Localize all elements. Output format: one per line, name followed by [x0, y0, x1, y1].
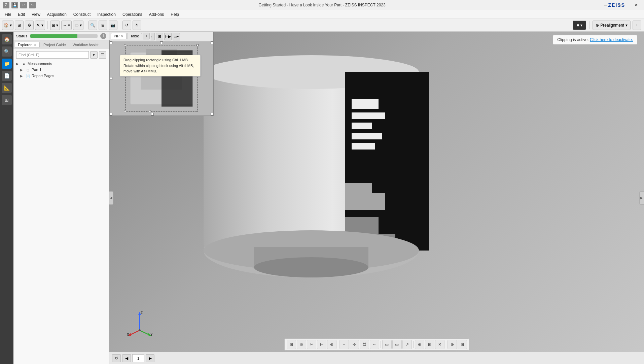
- sidebar-search-icon[interactable]: 🔍: [2, 46, 12, 57]
- redo-icon[interactable]: ↪: [29, 2, 36, 8]
- pip-handle-br[interactable]: [211, 113, 213, 115]
- bt-diag-btn[interactable]: ↗: [402, 340, 412, 349]
- right-collapse-handle[interactable]: ▶: [639, 191, 644, 205]
- menu-operations[interactable]: Operations: [119, 10, 146, 19]
- sidebar-measure-icon[interactable]: 📐: [2, 83, 12, 93]
- sidebar-document-icon[interactable]: 📄: [2, 71, 12, 81]
- tab-workflow-assist[interactable]: Workflow Assist: [70, 42, 102, 48]
- menu-acquisition[interactable]: Acquisition: [44, 10, 70, 19]
- pip-tab[interactable]: PiP ✕: [111, 33, 127, 39]
- svg-rect-5: [352, 99, 379, 109]
- pip-tb-fit-btn[interactable]: ⊞: [156, 33, 163, 40]
- pip-tab-label: PiP: [114, 34, 119, 38]
- bt-table-btn[interactable]: ⊞: [425, 340, 434, 349]
- menu-help[interactable]: Help: [167, 10, 182, 19]
- rotate-toolbar-btn[interactable]: ↻: [133, 21, 141, 30]
- explorer-content: ▾ ☰ ▶ ≡ Measurements ▶ ◻ Part 1 ▶ 📄 Repo…: [13, 49, 109, 364]
- tab-explorer-close[interactable]: ✕: [34, 43, 37, 47]
- status-info-button[interactable]: i: [100, 33, 106, 39]
- feature-toolbar-btn[interactable]: ▭ ▾: [73, 21, 83, 30]
- pip-handle-tl[interactable]: [110, 41, 112, 44]
- bt-delete-btn[interactable]: ✕: [435, 340, 444, 349]
- filter-button[interactable]: ▾: [90, 51, 98, 59]
- bottom-nav: ↺ ◀ 1 ▶: [109, 352, 644, 364]
- menu-construct[interactable]: Construct: [70, 10, 94, 19]
- bt-arrow-btn[interactable]: ↔: [370, 340, 379, 349]
- titlebar-icons: Z 💾 ↩ ↪: [3, 2, 36, 8]
- measure-toolbar-btn[interactable]: ⊞ ▾: [50, 21, 60, 30]
- bt-target-btn[interactable]: ⊕: [327, 340, 336, 349]
- pip-tab-close[interactable]: ✕: [121, 34, 123, 38]
- close-button[interactable]: ✕: [629, 0, 644, 10]
- menu-inspection[interactable]: Inspection: [94, 10, 119, 19]
- menu-edit[interactable]: Edit: [14, 10, 28, 19]
- chevron-part1-icon: ▶: [20, 68, 24, 72]
- home-toolbar-btn[interactable]: 🏠 ▾: [2, 21, 13, 30]
- tab-explorer[interactable]: Explorer ✕: [15, 42, 40, 48]
- pip-content[interactable]: Drag clipping rectangle using Ctrl+LMB. …: [110, 41, 213, 115]
- bt-circle-btn[interactable]: ⊙: [297, 340, 306, 349]
- find-input[interactable]: [16, 51, 89, 59]
- menu-view[interactable]: View: [28, 10, 44, 19]
- color-selector-btn[interactable]: ■ ▾: [573, 21, 586, 30]
- screenshot-toolbar-btn[interactable]: 📷: [109, 21, 117, 30]
- tab-project-guide[interactable]: Project Guide: [40, 42, 69, 48]
- svg-rect-20: [197, 44, 199, 46]
- tree-item-measurements[interactable]: ▶ ≡ Measurements: [15, 61, 108, 67]
- cursor-toolbar-btn[interactable]: ↖ ▾: [35, 21, 45, 30]
- maximize-button[interactable]: □: [613, 0, 629, 10]
- bt-chain-btn[interactable]: ⊕: [415, 340, 424, 349]
- clipping-deactivate-link[interactable]: Click here to deactivate.: [590, 37, 633, 42]
- table-tab[interactable]: Table: [127, 33, 142, 39]
- bt-apps-btn[interactable]: ⊞: [458, 340, 467, 349]
- pip-handle-bm[interactable]: [151, 113, 154, 115]
- camera-toolbar-btn[interactable]: ⊞: [99, 21, 107, 30]
- pip-tb-rect-btn[interactable]: ▭▾: [173, 33, 180, 40]
- pip-handle-tr[interactable]: [211, 41, 213, 44]
- bt-grid-btn[interactable]: ⊞: [287, 340, 296, 349]
- clipping-notice: Clipping is active. Click here to deacti…: [553, 35, 637, 44]
- tab-explorer-label: Explorer: [18, 43, 32, 47]
- bt-cross-btn[interactable]: ✛: [350, 340, 359, 349]
- settings-toolbar-btn[interactable]: ⚙: [25, 21, 34, 30]
- sidebar-explorer-icon[interactable]: 📁: [2, 59, 12, 69]
- axis-svg: Z X Y: [126, 310, 153, 337]
- refresh-page-btn[interactable]: ↺: [112, 354, 121, 362]
- bt-link-btn[interactable]: ⛓: [360, 340, 369, 349]
- undo-icon[interactable]: ↩: [20, 2, 27, 8]
- add-toolbar-btn[interactable]: +: [633, 21, 641, 30]
- bt-split-btn[interactable]: ⊨: [317, 340, 326, 349]
- bt-rect2-btn[interactable]: ▭: [392, 340, 402, 349]
- toolbar-sep-2: [86, 21, 86, 29]
- next-page-btn[interactable]: ▶: [146, 354, 154, 362]
- sidebar-grid-icon[interactable]: ⊞: [2, 95, 12, 105]
- add-tab-button[interactable]: +: [143, 33, 150, 39]
- align-toolbar-btn[interactable]: ↔ ▾: [61, 21, 72, 30]
- tree-item-report-pages[interactable]: ▶ 📄 Report Pages: [15, 73, 108, 79]
- search-toolbar-btn[interactable]: 🔍: [88, 21, 97, 30]
- bt-plus-btn[interactable]: +: [339, 340, 349, 349]
- pip-tb-next-btn[interactable]: ⊢▶: [164, 33, 172, 40]
- bt-cut-btn[interactable]: ✂: [307, 340, 316, 349]
- menu-file[interactable]: File: [1, 10, 14, 19]
- minimize-button[interactable]: ─: [598, 0, 613, 10]
- tree-item-part1[interactable]: ▶ ◻ Part 1: [15, 67, 108, 73]
- filter-icon[interactable]: ☰: [99, 51, 106, 59]
- pip-handle-tm[interactable]: [160, 41, 163, 44]
- pip-handle-ml[interactable]: [110, 77, 112, 80]
- save-icon[interactable]: 💾: [11, 2, 18, 8]
- window-title: Getting Started - Have a Look Inside You…: [258, 3, 385, 7]
- collapse-handle[interactable]: ◀: [109, 191, 113, 205]
- bt-rect-btn[interactable]: ▭: [382, 340, 392, 349]
- refresh-toolbar-btn[interactable]: ↺: [122, 21, 131, 30]
- prealignment-button[interactable]: ⊕ Prealignment ▾: [593, 21, 631, 30]
- menu-addons[interactable]: Add-ons: [146, 10, 168, 19]
- sidebar-home-icon[interactable]: 🏠: [2, 34, 12, 44]
- toolbar-sep-4: [144, 21, 144, 29]
- pip-handle-bl[interactable]: [110, 113, 112, 115]
- window-controls[interactable]: ─ □ ✕: [598, 0, 644, 10]
- bt-add-btn[interactable]: ⊕: [448, 340, 457, 349]
- layers-toolbar-btn[interactable]: ⊞: [15, 21, 24, 30]
- prev-page-btn[interactable]: ◀: [122, 354, 131, 362]
- chevron-report-icon: ▶: [20, 74, 24, 78]
